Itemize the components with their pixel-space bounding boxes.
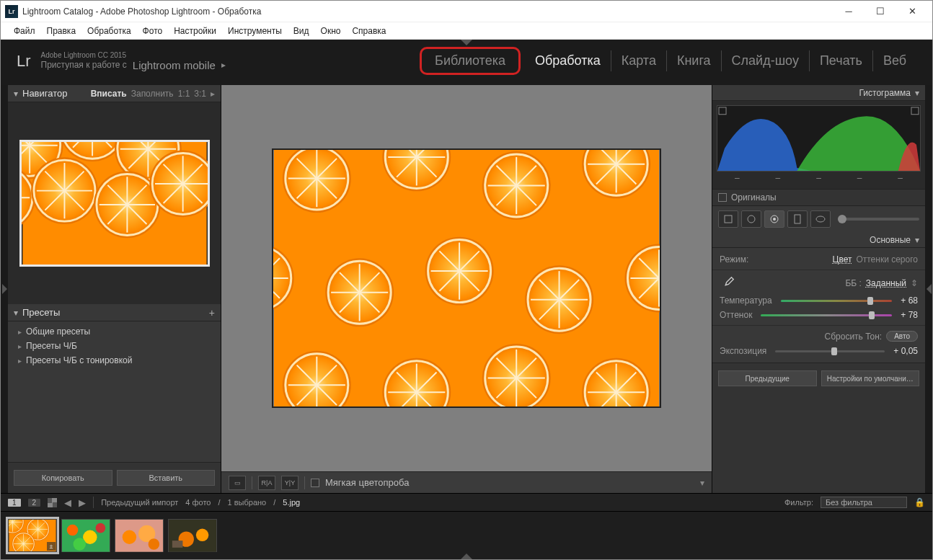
defaults-button[interactable]: Настройки по умолчани… bbox=[821, 370, 920, 386]
preset-folder[interactable]: Пресеты Ч/Б bbox=[8, 339, 221, 353]
toolbar-menu-icon[interactable]: ▾ bbox=[700, 478, 704, 488]
histogram[interactable] bbox=[717, 105, 921, 172]
nav-fit[interactable]: Вписать bbox=[91, 89, 127, 99]
grid-icon[interactable] bbox=[48, 498, 57, 507]
menu-develop[interactable]: Обработка bbox=[83, 25, 136, 37]
exposure-label: Экспозиция bbox=[720, 346, 766, 356]
temp-slider[interactable] bbox=[781, 300, 893, 302]
photo-count: 4 фото bbox=[185, 498, 211, 507]
module-web[interactable]: Веб bbox=[873, 50, 916, 71]
top-panel-toggle[interactable] bbox=[461, 40, 472, 45]
dropdown-icon[interactable]: ⇕ bbox=[911, 278, 918, 288]
previous-button[interactable]: Предыдущие bbox=[718, 370, 817, 386]
gradient-tool-icon[interactable] bbox=[787, 210, 808, 228]
thumb-1[interactable]: ± bbox=[8, 519, 57, 552]
add-preset-icon[interactable]: + bbox=[209, 307, 215, 319]
auto-button[interactable]: Авто bbox=[886, 331, 918, 342]
thumb-3[interactable] bbox=[115, 519, 164, 552]
filter-select[interactable]: Без фильтра bbox=[821, 497, 907, 508]
spot-tool-icon[interactable] bbox=[741, 210, 761, 228]
header-line2b[interactable]: Lightroom mobile bbox=[133, 59, 216, 71]
radial-tool-icon[interactable] bbox=[810, 210, 831, 228]
module-book[interactable]: Книга bbox=[667, 50, 722, 71]
nav-back-icon[interactable]: ◀ bbox=[64, 497, 71, 508]
wb-select[interactable]: Заданный bbox=[866, 278, 906, 288]
wb-label: ББ : bbox=[845, 278, 861, 288]
preset-folder[interactable]: Общие пресеты bbox=[8, 324, 221, 339]
nav-ratio-menu-icon[interactable]: ▸ bbox=[211, 89, 215, 99]
loupe-view-icon[interactable]: ▭ bbox=[229, 476, 246, 490]
menu-help[interactable]: Справка bbox=[348, 25, 390, 37]
temp-value[interactable]: + 68 bbox=[901, 295, 918, 306]
preset-folder[interactable]: Пресеты Ч/Б с тонировкой bbox=[8, 353, 221, 368]
close-button[interactable]: ✕ bbox=[896, 1, 928, 22]
menu-file[interactable]: Файл bbox=[9, 25, 40, 37]
menu-settings[interactable]: Настройки bbox=[169, 25, 221, 37]
nav-fill[interactable]: Заполнить bbox=[131, 89, 174, 99]
before-after-lr-icon[interactable]: R|A bbox=[258, 476, 275, 490]
collapse-icon: ▾ bbox=[915, 235, 919, 245]
source-label[interactable]: Предыдущий импорт bbox=[101, 498, 178, 507]
reset-tone-label[interactable]: Сбросить Тон: bbox=[825, 332, 883, 342]
current-file: 5.jpg bbox=[283, 498, 300, 507]
monitor-2[interactable]: 2 bbox=[28, 499, 41, 507]
svg-rect-15 bbox=[911, 107, 919, 115]
header-line1: Adobe Lightroom CC 2015 bbox=[41, 51, 226, 59]
module-develop[interactable]: Обработка bbox=[525, 50, 611, 71]
module-print[interactable]: Печать bbox=[810, 50, 873, 71]
module-library[interactable]: Библиотека bbox=[420, 47, 521, 75]
tint-value[interactable]: + 78 bbox=[901, 310, 918, 320]
histogram-header[interactable]: Гистограмма▾ bbox=[712, 85, 925, 101]
menu-tools[interactable]: Инструменты bbox=[224, 25, 286, 37]
nav-1-1[interactable]: 1:1 bbox=[178, 89, 190, 99]
originals-row[interactable]: Оригиналы bbox=[712, 189, 925, 206]
before-after-tb-icon[interactable]: Y|Y bbox=[281, 476, 299, 490]
left-edge-toggle[interactable] bbox=[1, 85, 8, 493]
svg-point-34 bbox=[196, 529, 208, 541]
filter-lock-icon[interactable]: 🔒 bbox=[914, 497, 925, 507]
exposure-slider[interactable] bbox=[775, 350, 885, 352]
exposure-value[interactable]: + 0,05 bbox=[893, 346, 918, 356]
thumb-2[interactable] bbox=[61, 519, 110, 552]
nav-fwd-icon[interactable]: ▶ bbox=[79, 497, 86, 508]
play-icon[interactable]: ▸ bbox=[221, 60, 226, 70]
module-slideshow[interactable]: Слайд-шоу bbox=[722, 50, 810, 71]
svg-rect-14 bbox=[719, 107, 726, 115]
redeye-tool-icon[interactable] bbox=[764, 210, 784, 228]
mode-color[interactable]: Цвет bbox=[833, 254, 852, 265]
copy-button[interactable]: Копировать bbox=[14, 470, 112, 486]
module-map[interactable]: Карта bbox=[611, 50, 667, 71]
bottom-panel-toggle[interactable] bbox=[461, 554, 472, 559]
maximize-button[interactable]: ☐ bbox=[865, 1, 896, 22]
presets-list: Общие пресеты Пресеты Ч/Б Пресеты Ч/Б с … bbox=[8, 321, 221, 462]
navigator-header[interactable]: ▾ Навигатор Вписать Заполнить 1:1 3:1 ▸ bbox=[8, 85, 221, 102]
originals-checkbox[interactable] bbox=[718, 193, 727, 202]
mode-gray[interactable]: Оттенки серого bbox=[856, 254, 918, 265]
nav-3-1[interactable]: 3:1 bbox=[194, 89, 206, 99]
minimize-button[interactable]: ─ bbox=[833, 1, 865, 22]
svg-point-21 bbox=[816, 216, 825, 222]
tint-label: Оттенок bbox=[720, 310, 752, 320]
monitor-1[interactable]: 1 bbox=[8, 499, 21, 507]
right-edge-toggle[interactable] bbox=[925, 85, 932, 493]
tool-size-slider[interactable] bbox=[838, 218, 919, 221]
temp-label: Температура bbox=[720, 295, 772, 306]
filmstrip[interactable]: ± bbox=[1, 512, 932, 559]
eyedropper-icon[interactable] bbox=[720, 275, 735, 291]
collapse-icon: ▾ bbox=[14, 308, 18, 318]
svg-point-31 bbox=[149, 538, 160, 550]
tint-slider[interactable] bbox=[761, 314, 892, 316]
softproof-checkbox[interactable] bbox=[311, 479, 319, 487]
thumb-4[interactable] bbox=[168, 519, 217, 552]
canvas[interactable] bbox=[221, 85, 712, 471]
crop-tool-icon[interactable] bbox=[718, 210, 738, 228]
menu-photo[interactable]: Фото bbox=[138, 25, 167, 37]
menu-view[interactable]: Вид bbox=[289, 25, 314, 37]
presets-header[interactable]: ▾ Пресеты + bbox=[8, 304, 221, 321]
menu-window[interactable]: Окно bbox=[317, 25, 345, 37]
lr-logo: Lr bbox=[17, 52, 31, 71]
basic-header[interactable]: Основные▾ bbox=[712, 232, 925, 248]
paste-button[interactable]: Вставить bbox=[117, 470, 216, 486]
navigator-preview[interactable] bbox=[8, 102, 221, 304]
menu-edit[interactable]: Правка bbox=[43, 25, 81, 37]
